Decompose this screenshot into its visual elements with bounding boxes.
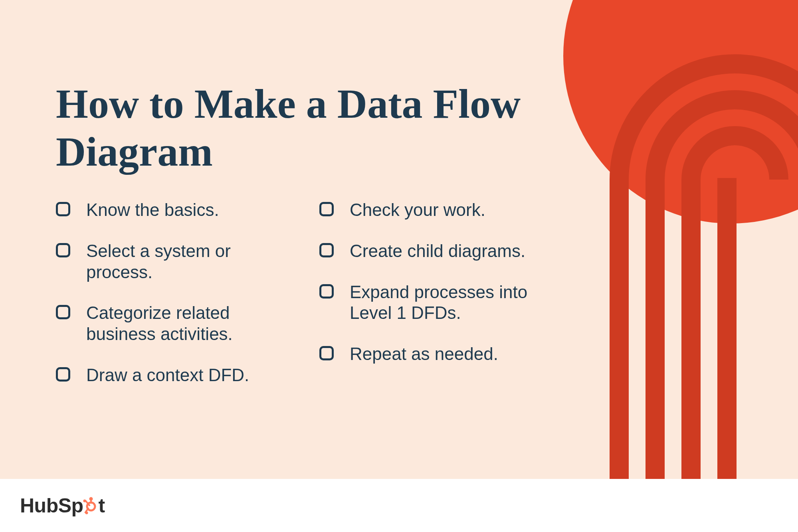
checkbox-icon	[56, 243, 70, 257]
list-item: Select a system or process.	[56, 241, 295, 283]
item-text: Draw a context DFD.	[86, 365, 249, 386]
page-title: How to Make a Data Flow Diagram	[56, 80, 575, 175]
list-item: Repeat as needed.	[319, 344, 559, 365]
list-item: Check your work.	[319, 200, 559, 221]
checkbox-icon	[319, 202, 334, 216]
item-text: Repeat as needed.	[350, 344, 498, 365]
checkbox-icon	[319, 346, 334, 360]
checklist-col-right: Check your work. Create child diagrams. …	[319, 200, 559, 386]
list-item: Know the basics.	[56, 200, 295, 221]
list-item: Draw a context DFD.	[56, 365, 295, 386]
checkbox-icon	[56, 305, 70, 319]
item-text: Check your work.	[350, 200, 485, 221]
item-text: Know the basics.	[86, 200, 219, 221]
footer: HubSp t	[0, 479, 798, 532]
list-item: Expand processes into Level 1 DFDs.	[319, 282, 559, 324]
checkbox-icon	[56, 202, 70, 216]
list-item: Create child diagrams.	[319, 241, 559, 262]
svg-rect-3	[90, 500, 92, 504]
item-text: Create child diagrams.	[350, 241, 525, 262]
item-text: Categorize related business activities.	[86, 303, 278, 345]
brand-logo: HubSp t	[20, 494, 105, 517]
checkbox-icon	[319, 284, 334, 299]
checkbox-icon	[56, 367, 70, 382]
item-text: Expand processes into Level 1 DFDs.	[350, 282, 541, 324]
checkbox-icon	[319, 243, 334, 257]
list-item: Categorize related business activities.	[56, 303, 295, 345]
svg-point-0	[563, 0, 798, 223]
sprocket-icon	[82, 496, 100, 514]
checklist-col-left: Know the basics. Select a system or proc…	[56, 200, 295, 386]
item-text: Select a system or process.	[86, 241, 278, 283]
checklist: Know the basics. Select a system or proc…	[56, 200, 559, 386]
main-canvas: How to Make a Data Flow Diagram Know the…	[0, 0, 798, 479]
brand-prefix: HubSp	[20, 494, 83, 517]
